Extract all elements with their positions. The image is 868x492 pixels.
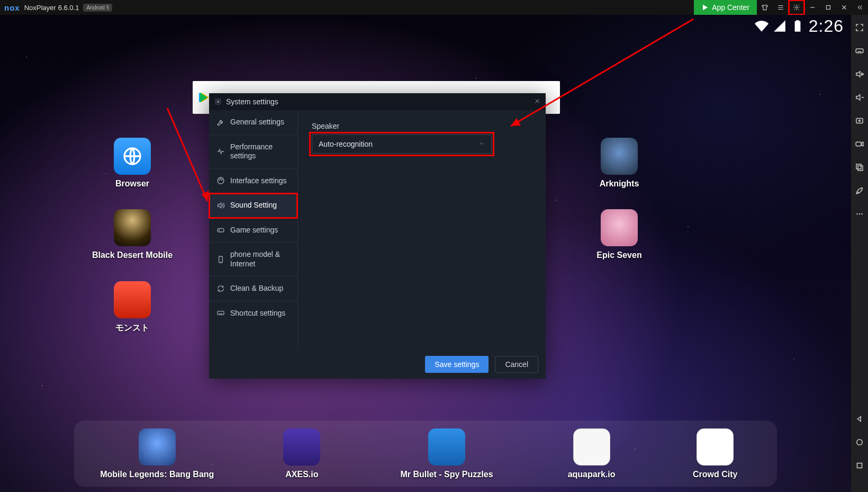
collapse-sidebar-icon[interactable]	[852, 0, 868, 15]
cancel-button[interactable]: Cancel	[495, 356, 538, 373]
nav-general-settings[interactable]: General settings	[209, 110, 297, 135]
nav-game-settings[interactable]: Game settings	[209, 218, 297, 243]
dock-axes[interactable]: AXES.io	[265, 428, 339, 479]
dock-mrbullet[interactable]: Mr Bullet - Spy Puzzles	[388, 428, 505, 479]
svg-point-1	[795, 6, 798, 8]
nav-sound-setting[interactable]: Sound Setting	[209, 193, 297, 218]
nav-shortcut-settings[interactable]: Shortcut settings	[209, 301, 297, 326]
sound-icon	[216, 201, 225, 210]
app-label: Mr Bullet - Spy Puzzles	[400, 470, 493, 479]
dock-crowdcity[interactable]: Crowd City	[678, 428, 752, 479]
side-toolbar	[851, 15, 868, 492]
svg-rect-2	[827, 6, 830, 10]
gear-icon	[214, 98, 222, 105]
app-label: Black Desert Mobile	[92, 251, 173, 260]
palette-icon	[216, 176, 225, 185]
svg-rect-20	[856, 164, 861, 169]
app-monsuto[interactable]: モンスト	[95, 281, 169, 334]
dialog-footer: Save settings Cancel	[209, 350, 546, 379]
svg-rect-17	[856, 119, 863, 123]
nav-performance-settings[interactable]: Performance settings	[209, 135, 297, 169]
app-label: Crowd City	[693, 470, 737, 479]
dock-mlbb[interactable]: Mobile Legends: Bang Bang	[99, 428, 215, 479]
wrench-icon	[216, 118, 225, 127]
gear-icon[interactable]	[789, 0, 804, 15]
battery-charging-icon	[791, 19, 804, 33]
menu-icon[interactable]	[773, 0, 789, 15]
close-icon[interactable]	[836, 0, 852, 15]
product-name: NoxPlayer	[24, 4, 56, 12]
android-status-bar: 2:26	[0, 15, 851, 37]
emulator-screen: 2:26 Browser Black Desert Mobile モンスト Ar…	[0, 15, 851, 492]
clock-text: 2:26	[809, 16, 844, 36]
axes-icon	[283, 428, 320, 466]
arknights-icon	[601, 138, 638, 175]
app-epic-seven[interactable]: Epic Seven	[582, 209, 656, 260]
nav-label: phone model & Internet	[230, 250, 292, 269]
more-icon[interactable]	[854, 209, 865, 219]
fullscreen-icon[interactable]	[854, 22, 865, 33]
svg-point-25	[857, 440, 863, 445]
nav-clean-backup[interactable]: Clean & Backup	[209, 276, 297, 301]
svg-point-22	[856, 213, 857, 214]
svg-point-18	[859, 120, 861, 122]
signal-icon	[773, 19, 786, 33]
play-icon	[701, 4, 709, 11]
multi-instance-icon[interactable]	[854, 162, 865, 173]
keymap-icon[interactable]	[854, 46, 865, 56]
game-icon	[216, 226, 225, 234]
svg-rect-11	[218, 311, 224, 315]
app-center-button[interactable]: App Center	[694, 0, 757, 15]
home-icon[interactable]	[854, 437, 865, 448]
svg-point-8	[222, 180, 222, 180]
app-label: Browser	[115, 179, 149, 189]
svg-rect-9	[218, 229, 224, 232]
nav-label: Clean & Backup	[230, 284, 283, 293]
app-browser[interactable]: Browser	[95, 138, 169, 189]
app-label: AXES.io	[285, 470, 318, 479]
crowdcity-icon	[697, 428, 734, 466]
dock-aquapark[interactable]: aquapark.io	[555, 428, 629, 479]
system-settings-dialog: System settings General settings Perform…	[209, 93, 546, 379]
keyboard-icon	[216, 309, 225, 317]
titlebar: nox NoxPlayer 6.6.0.1 Android 5 App Cent…	[0, 0, 868, 15]
phone-icon	[216, 255, 225, 264]
nav-label: Performance settings	[230, 142, 292, 161]
app-label: モンスト	[115, 323, 149, 334]
settings-nav: General settings Performance settings In…	[209, 110, 298, 350]
product-version: 6.6.0.1	[58, 4, 79, 12]
rocket-icon[interactable]	[854, 185, 865, 196]
minimize-icon[interactable]	[804, 0, 820, 15]
screenshot-icon[interactable]	[854, 115, 865, 126]
svg-rect-16	[856, 49, 863, 53]
volume-up-icon[interactable]	[854, 69, 865, 79]
pulse-icon	[216, 147, 225, 156]
record-icon[interactable]	[854, 139, 865, 149]
save-settings-button[interactable]: Save settings	[425, 356, 489, 373]
recents-icon[interactable]	[854, 460, 865, 471]
app-label: aquapark.io	[568, 470, 616, 479]
wifi-icon	[755, 19, 768, 33]
app-arknights[interactable]: Arknights	[582, 138, 656, 189]
back-icon[interactable]	[854, 414, 865, 424]
maximize-icon[interactable]	[820, 0, 836, 15]
tshirt-icon[interactable]	[757, 0, 773, 15]
refresh-icon	[216, 284, 225, 293]
volume-down-icon[interactable]	[854, 92, 865, 103]
dialog-title: System settings	[226, 97, 278, 106]
nav-interface-settings[interactable]: Interface settings	[209, 169, 297, 194]
svg-point-7	[220, 178, 221, 179]
app-black-desert[interactable]: Black Desert Mobile	[74, 209, 191, 260]
nav-phone-internet[interactable]: phone model & Internet	[209, 243, 297, 276]
android-version-badge: Android 5	[83, 4, 112, 12]
nav-label: General settings	[230, 118, 284, 127]
nav-label: Game settings	[230, 226, 278, 235]
app-label: Arknights	[600, 179, 639, 189]
dialog-close-button[interactable]	[534, 97, 540, 106]
epic-seven-icon	[601, 209, 638, 246]
settings-content: Speaker Auto-recognition	[298, 110, 546, 350]
speaker-select[interactable]: Auto-recognition	[312, 135, 492, 154]
app-center-label: App Center	[712, 3, 749, 12]
svg-line-14	[167, 108, 207, 201]
nav-label: Sound Setting	[230, 201, 277, 210]
